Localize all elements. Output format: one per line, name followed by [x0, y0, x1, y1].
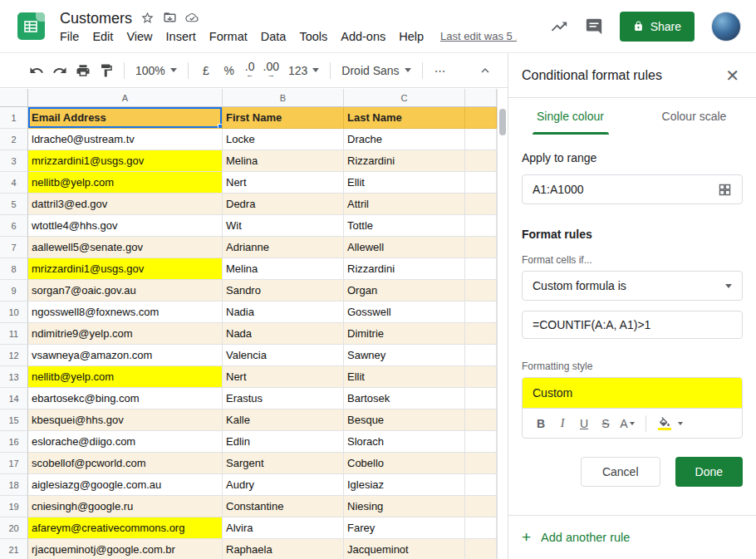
insights-icon[interactable] [550, 17, 568, 36]
underline-button[interactable]: U [574, 414, 594, 434]
zoom-control[interactable]: 100% [130, 60, 182, 81]
cell-D10[interactable] [465, 302, 497, 323]
row-header-10[interactable]: 10 [0, 302, 28, 323]
vertical-scrollbar[interactable] [497, 89, 508, 559]
bold-button[interactable]: B [531, 414, 551, 434]
cell-B5[interactable]: Dedra [223, 194, 344, 215]
row-header-12[interactable]: 12 [0, 345, 28, 366]
column-header-B[interactable]: B [223, 89, 344, 107]
cell-D16[interactable] [465, 431, 497, 453]
move-to-folder-icon[interactable] [163, 11, 177, 25]
account-avatar[interactable] [711, 12, 741, 42]
more-formats-control[interactable]: 123 [283, 60, 324, 81]
cell-B7[interactable]: Adrianne [223, 237, 344, 258]
format-percent-button[interactable]: % [218, 60, 240, 81]
cell-C18[interactable]: Iglesiaz [344, 474, 465, 496]
cell-D4[interactable] [465, 172, 497, 194]
menu-help[interactable]: Help [392, 29, 430, 44]
row-header-9[interactable]: 9 [0, 280, 28, 302]
cloud-saved-icon[interactable] [185, 12, 200, 24]
cell-D15[interactable] [465, 409, 497, 431]
cell-A20[interactable]: afareym@creativecommons.org [28, 517, 223, 539]
cell-B13[interactable]: Nert [223, 366, 344, 388]
row-header-21[interactable]: 21 [0, 539, 28, 559]
format-currency-button[interactable]: £ [195, 60, 217, 81]
cell-A8[interactable]: mrizzardini1@usgs.gov [28, 258, 223, 280]
row-header-17[interactable]: 17 [0, 453, 28, 474]
cell-A17[interactable]: scobellof@pcworld.com [28, 453, 223, 474]
cell-A1[interactable]: Email Address [28, 107, 223, 129]
cell-A19[interactable]: cniesingh@google.ru [28, 496, 223, 517]
close-icon[interactable]: ✕ [722, 64, 743, 87]
add-another-rule-button[interactable]: + Add another rule [508, 516, 756, 559]
cell-A2[interactable]: ldrache0@ustream.tv [28, 129, 223, 150]
collapse-toolbar-button[interactable] [474, 60, 496, 81]
cell-D7[interactable] [465, 237, 497, 258]
cell-B16[interactable]: Edlin [223, 431, 344, 453]
select-range-icon[interactable] [718, 183, 732, 197]
text-color-button[interactable]: A [617, 414, 637, 434]
cell-B11[interactable]: Nada [223, 323, 344, 345]
cell-D13[interactable] [465, 366, 497, 388]
formula-input[interactable]: =COUNTIF(A:A, A1)>1 [522, 311, 743, 339]
row-header-11[interactable]: 11 [0, 323, 28, 345]
column-header-D[interactable] [465, 89, 497, 107]
cell-D6[interactable] [465, 215, 497, 237]
column-header-A[interactable]: A [28, 89, 223, 107]
cell-D17[interactable] [465, 453, 497, 474]
row-header-6[interactable]: 6 [0, 215, 28, 237]
done-button[interactable]: Done [675, 457, 743, 487]
cell-C20[interactable]: Farey [344, 517, 465, 539]
tab-single-colour[interactable]: Single colour [508, 98, 632, 135]
cell-B19[interactable]: Constantine [223, 496, 344, 517]
cell-C4[interactable]: Ellit [344, 172, 465, 194]
menu-add-ons[interactable]: Add-ons [334, 29, 392, 44]
cell-D8[interactable] [465, 258, 497, 280]
cell-C17[interactable]: Cobello [344, 453, 465, 474]
range-input[interactable]: A1:A1000 [522, 174, 743, 204]
font-family-control[interactable]: Droid Sans [336, 60, 416, 81]
cell-D3[interactable] [465, 150, 497, 172]
menu-format[interactable]: Format [203, 29, 254, 44]
cell-C8[interactable]: Rizzardini [344, 258, 465, 280]
cell-D2[interactable] [465, 129, 497, 150]
cell-C7[interactable]: Allewell [344, 237, 465, 258]
cell-A16[interactable]: eslorache@diigo.com [28, 431, 223, 453]
cell-C19[interactable]: Niesing [344, 496, 465, 517]
cell-C1[interactable]: Last Name [344, 107, 465, 129]
cell-B17[interactable]: Sargent [223, 453, 344, 474]
fill-color-button[interactable] [655, 414, 675, 434]
last-edit-status[interactable]: Last edit was 5 ... [440, 30, 517, 42]
cell-D11[interactable] [465, 323, 497, 345]
cancel-button[interactable]: Cancel [581, 457, 660, 487]
cell-A14[interactable]: ebartosekc@bing.com [28, 388, 223, 409]
cell-A4[interactable]: nellitb@yelp.com [28, 172, 223, 194]
condition-select[interactable]: Custom formula is [522, 271, 743, 301]
cell-C16[interactable]: Slorach [344, 431, 465, 453]
share-button[interactable]: Share [620, 12, 695, 42]
cell-A7[interactable]: aallewell5@senate.gov [28, 237, 223, 258]
cell-A10[interactable]: ngosswell8@foxnews.com [28, 302, 223, 323]
row-header-19[interactable]: 19 [0, 496, 28, 517]
tab-colour-scale[interactable]: Colour scale [632, 98, 756, 135]
cell-C11[interactable]: Dimitrie [344, 323, 465, 345]
cell-A18[interactable]: aiglesiazg@google.com.au [28, 474, 223, 496]
row-header-7[interactable]: 7 [0, 237, 28, 258]
cell-C14[interactable]: Bartosek [344, 388, 465, 409]
cell-A3[interactable]: mrizzardini1@usgs.gov [28, 150, 223, 172]
menu-data[interactable]: Data [254, 29, 293, 44]
cell-D14[interactable] [465, 388, 497, 409]
cell-B1[interactable]: First Name [223, 107, 344, 129]
cell-C6[interactable]: Tottle [344, 215, 465, 237]
cell-A6[interactable]: wtottle4@hhs.gov [28, 215, 223, 237]
cell-D20[interactable] [465, 517, 497, 539]
menu-tools[interactable]: Tools [292, 29, 334, 44]
cell-A5[interactable]: dattril3@ed.gov [28, 194, 223, 215]
cell-D21[interactable] [465, 539, 497, 559]
row-header-13[interactable]: 13 [0, 366, 28, 388]
menu-view[interactable]: View [120, 29, 159, 44]
cell-B4[interactable]: Nert [223, 172, 344, 194]
row-header-15[interactable]: 15 [0, 409, 28, 431]
cell-D18[interactable] [465, 474, 497, 496]
cell-C3[interactable]: Rizzardini [344, 150, 465, 172]
